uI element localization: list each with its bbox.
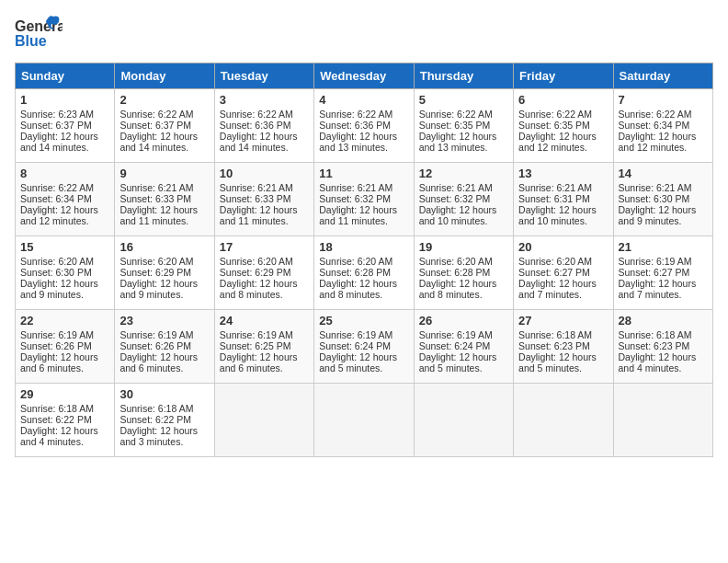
calendar-cell: 7 Sunrise: 6:22 AM Sunset: 6:34 PM Dayli… bbox=[613, 89, 712, 163]
calendar-cell: 16 Sunrise: 6:20 AM Sunset: 6:29 PM Dayl… bbox=[115, 236, 214, 310]
calendar-cell: 5 Sunrise: 6:22 AM Sunset: 6:35 PM Dayli… bbox=[414, 89, 513, 163]
sunset-text: Sunset: 6:32 PM bbox=[319, 193, 391, 204]
sunrise-text: Sunrise: 6:21 AM bbox=[518, 182, 592, 193]
weekday-header-sunday: Sunday bbox=[16, 63, 115, 89]
sunrise-text: Sunrise: 6:18 AM bbox=[619, 329, 692, 340]
sunrise-text: Sunrise: 6:18 AM bbox=[518, 329, 592, 340]
daylight-text: Daylight: 12 hours and 4 minutes. bbox=[619, 351, 697, 373]
daylight-text: Daylight: 12 hours and 14 minutes. bbox=[20, 131, 98, 153]
weekday-header-friday: Friday bbox=[514, 63, 613, 89]
daylight-text: Daylight: 12 hours and 6 minutes. bbox=[220, 351, 298, 373]
sunset-text: Sunset: 6:30 PM bbox=[619, 193, 690, 204]
calendar-cell: 24 Sunrise: 6:19 AM Sunset: 6:25 PM Dayl… bbox=[214, 310, 313, 384]
daylight-text: Daylight: 12 hours and 6 minutes. bbox=[119, 351, 198, 373]
sunset-text: Sunset: 6:31 PM bbox=[518, 193, 590, 204]
calendar-cell: 22 Sunrise: 6:19 AM Sunset: 6:26 PM Dayl… bbox=[16, 310, 115, 384]
sunrise-text: Sunrise: 6:19 AM bbox=[319, 329, 392, 340]
sunset-text: Sunset: 6:28 PM bbox=[319, 267, 391, 278]
daylight-text: Daylight: 12 hours and 12 minutes. bbox=[619, 131, 697, 153]
daylight-text: Daylight: 12 hours and 14 minutes. bbox=[119, 131, 198, 153]
calendar-cell: 14 Sunrise: 6:21 AM Sunset: 6:30 PM Dayl… bbox=[613, 163, 712, 236]
calendar-cell bbox=[314, 384, 414, 457]
calendar-cell bbox=[514, 384, 613, 457]
day-number: 27 bbox=[518, 314, 608, 327]
daylight-text: Daylight: 12 hours and 7 minutes. bbox=[518, 278, 597, 300]
sunset-text: Sunset: 6:34 PM bbox=[20, 193, 92, 204]
weekday-header-wednesday: Wednesday bbox=[314, 63, 414, 89]
sunrise-text: Sunrise: 6:21 AM bbox=[119, 182, 193, 193]
calendar-week-row: 1 Sunrise: 6:23 AM Sunset: 6:37 PM Dayli… bbox=[16, 89, 713, 163]
day-number: 11 bbox=[319, 167, 408, 180]
calendar-cell: 6 Sunrise: 6:22 AM Sunset: 6:35 PM Dayli… bbox=[514, 89, 613, 163]
sunset-text: Sunset: 6:24 PM bbox=[419, 340, 491, 351]
sunset-text: Sunset: 6:29 PM bbox=[119, 267, 191, 278]
sunrise-text: Sunrise: 6:19 AM bbox=[119, 329, 193, 340]
calendar-cell: 20 Sunrise: 6:20 AM Sunset: 6:27 PM Dayl… bbox=[514, 236, 613, 310]
sunrise-text: Sunrise: 6:21 AM bbox=[319, 182, 392, 193]
calendar-cell: 1 Sunrise: 6:23 AM Sunset: 6:37 PM Dayli… bbox=[16, 89, 115, 163]
calendar-table: SundayMondayTuesdayWednesdayThursdayFrid… bbox=[15, 63, 713, 457]
sunset-text: Sunset: 6:37 PM bbox=[20, 120, 92, 131]
sunrise-text: Sunrise: 6:22 AM bbox=[20, 182, 94, 193]
calendar-cell: 25 Sunrise: 6:19 AM Sunset: 6:24 PM Dayl… bbox=[314, 310, 414, 384]
calendar-cell bbox=[613, 384, 712, 457]
weekday-header-tuesday: Tuesday bbox=[214, 63, 313, 89]
sunset-text: Sunset: 6:29 PM bbox=[220, 267, 291, 278]
calendar-cell: 15 Sunrise: 6:20 AM Sunset: 6:30 PM Dayl… bbox=[16, 236, 115, 310]
calendar-cell: 11 Sunrise: 6:21 AM Sunset: 6:32 PM Dayl… bbox=[314, 163, 414, 236]
sunrise-text: Sunrise: 6:21 AM bbox=[419, 182, 493, 193]
sunset-text: Sunset: 6:34 PM bbox=[619, 120, 690, 131]
calendar-cell: 3 Sunrise: 6:22 AM Sunset: 6:36 PM Dayli… bbox=[214, 89, 313, 163]
calendar-cell bbox=[414, 384, 513, 457]
sunrise-text: Sunrise: 6:22 AM bbox=[619, 109, 692, 120]
sunset-text: Sunset: 6:26 PM bbox=[20, 340, 92, 351]
daylight-text: Daylight: 12 hours and 5 minutes. bbox=[319, 351, 397, 373]
sunrise-text: Sunrise: 6:20 AM bbox=[518, 256, 592, 267]
sunset-text: Sunset: 6:27 PM bbox=[518, 267, 590, 278]
sunrise-text: Sunrise: 6:20 AM bbox=[220, 256, 293, 267]
day-number: 26 bbox=[419, 314, 508, 327]
sunrise-text: Sunrise: 6:22 AM bbox=[419, 109, 493, 120]
weekday-header-saturday: Saturday bbox=[613, 63, 712, 89]
daylight-text: Daylight: 12 hours and 10 minutes. bbox=[419, 204, 497, 226]
day-number: 19 bbox=[419, 240, 508, 254]
sunset-text: Sunset: 6:26 PM bbox=[119, 340, 191, 351]
sunrise-text: Sunrise: 6:21 AM bbox=[220, 182, 293, 193]
day-number: 10 bbox=[220, 167, 309, 180]
day-number: 4 bbox=[319, 93, 408, 107]
calendar-cell: 29 Sunrise: 6:18 AM Sunset: 6:22 PM Dayl… bbox=[16, 384, 115, 457]
daylight-text: Daylight: 12 hours and 9 minutes. bbox=[20, 278, 98, 300]
weekday-header-thursday: Thursday bbox=[414, 63, 513, 89]
sunrise-text: Sunrise: 6:21 AM bbox=[619, 182, 692, 193]
day-number: 24 bbox=[220, 314, 309, 327]
daylight-text: Daylight: 12 hours and 11 minutes. bbox=[119, 204, 198, 226]
sunset-text: Sunset: 6:22 PM bbox=[20, 414, 92, 425]
day-number: 7 bbox=[619, 93, 708, 107]
sunrise-text: Sunrise: 6:22 AM bbox=[518, 109, 592, 120]
sunset-text: Sunset: 6:35 PM bbox=[419, 120, 491, 131]
day-number: 25 bbox=[319, 314, 408, 327]
day-number: 18 bbox=[319, 240, 408, 254]
sunrise-text: Sunrise: 6:22 AM bbox=[119, 109, 193, 120]
sunset-text: Sunset: 6:22 PM bbox=[119, 414, 191, 425]
sunset-text: Sunset: 6:25 PM bbox=[220, 340, 291, 351]
day-number: 15 bbox=[20, 240, 109, 254]
sunset-text: Sunset: 6:27 PM bbox=[619, 267, 690, 278]
day-number: 28 bbox=[619, 314, 708, 327]
calendar-cell: 23 Sunrise: 6:19 AM Sunset: 6:26 PM Dayl… bbox=[115, 310, 214, 384]
calendar-week-row: 8 Sunrise: 6:22 AM Sunset: 6:34 PM Dayli… bbox=[16, 163, 713, 236]
sunset-text: Sunset: 6:23 PM bbox=[619, 340, 690, 351]
day-number: 13 bbox=[518, 167, 608, 180]
day-number: 14 bbox=[619, 167, 708, 180]
sunrise-text: Sunrise: 6:19 AM bbox=[419, 329, 493, 340]
sunrise-text: Sunrise: 6:22 AM bbox=[220, 109, 293, 120]
daylight-text: Daylight: 12 hours and 4 minutes. bbox=[20, 425, 98, 447]
sunrise-text: Sunrise: 6:20 AM bbox=[20, 256, 94, 267]
sunrise-text: Sunrise: 6:20 AM bbox=[319, 256, 392, 267]
day-number: 1 bbox=[20, 93, 109, 107]
calendar-cell: 2 Sunrise: 6:22 AM Sunset: 6:37 PM Dayli… bbox=[115, 89, 214, 163]
sunrise-text: Sunrise: 6:19 AM bbox=[619, 256, 692, 267]
day-number: 3 bbox=[220, 93, 309, 107]
calendar-cell: 19 Sunrise: 6:20 AM Sunset: 6:28 PM Dayl… bbox=[414, 236, 513, 310]
day-number: 5 bbox=[419, 93, 508, 107]
